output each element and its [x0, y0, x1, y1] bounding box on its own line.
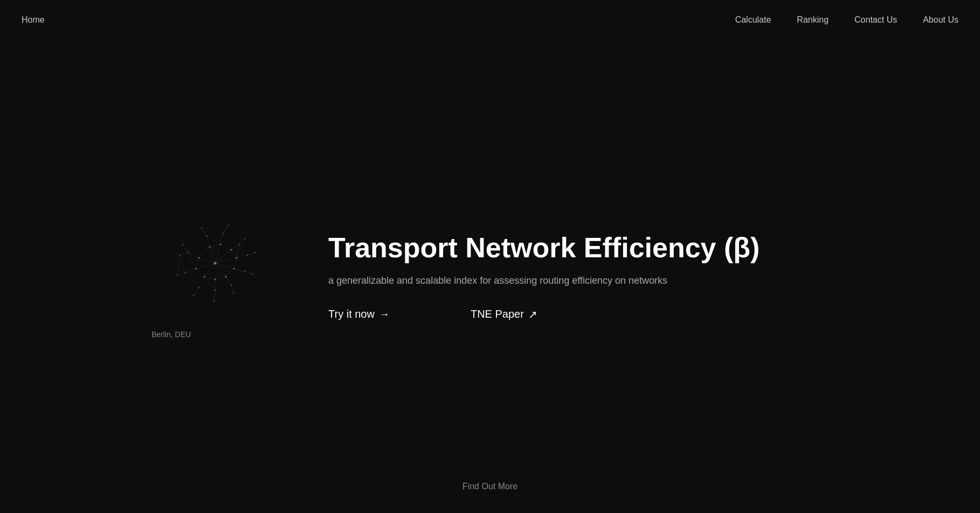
svg-line-19 [188, 252, 199, 258]
svg-point-68 [180, 255, 181, 256]
svg-line-11 [210, 247, 215, 263]
svg-point-79 [231, 284, 232, 285]
svg-point-72 [228, 225, 229, 226]
hero-title: Transport Network Efficiency (β) [328, 232, 835, 264]
svg-point-60 [236, 257, 238, 258]
svg-line-28 [237, 255, 247, 258]
svg-line-40 [188, 252, 196, 269]
svg-point-83 [198, 287, 199, 288]
svg-point-80 [233, 292, 234, 293]
nav-contact-link[interactable]: Contact Us [854, 15, 897, 25]
svg-line-26 [231, 244, 239, 250]
svg-line-22 [207, 236, 210, 247]
svg-line-42 [237, 244, 239, 258]
svg-line-1 [210, 244, 220, 247]
svg-point-78 [252, 273, 253, 275]
svg-line-0 [199, 247, 210, 258]
svg-line-8 [196, 269, 204, 277]
svg-point-75 [247, 255, 248, 256]
try-it-now-label: Try it now [328, 308, 375, 320]
svg-line-38 [185, 269, 196, 273]
network-dots [177, 225, 256, 302]
svg-line-2 [220, 244, 231, 250]
svg-line-12 [215, 244, 220, 263]
svg-point-66 [188, 252, 189, 253]
svg-line-39 [177, 273, 185, 275]
svg-line-4 [234, 258, 237, 269]
svg-line-52 [194, 288, 199, 296]
svg-point-62 [225, 276, 227, 277]
svg-point-69 [206, 236, 208, 237]
map-container: Berlin, DEU [145, 215, 285, 339]
svg-line-49 [247, 252, 256, 255]
hero-inner: Berlin, DEU Transport Network Efficiency… [113, 215, 867, 339]
svg-line-15 [215, 263, 234, 269]
network-map-svg [145, 215, 274, 323]
nav-ranking-link[interactable]: Ranking [797, 15, 829, 25]
svg-point-59 [231, 249, 232, 250]
svg-line-18 [196, 263, 215, 269]
nav-about-link[interactable]: About Us [923, 15, 958, 25]
svg-point-67 [182, 244, 183, 245]
svg-point-85 [185, 272, 186, 273]
svg-point-70 [201, 228, 202, 229]
hero-subtitle: a generalizable and scalable index for a… [328, 275, 835, 286]
svg-point-86 [177, 275, 178, 276]
svg-line-51 [214, 290, 215, 301]
navbar: Home Calculate Ranking Contact Us About … [0, 0, 980, 40]
svg-line-3 [231, 250, 237, 258]
svg-line-48 [239, 239, 245, 244]
svg-point-81 [215, 290, 216, 291]
svg-point-55 [214, 262, 217, 264]
svg-line-10 [199, 258, 215, 263]
tne-paper-arrow: ↗ [528, 308, 537, 321]
svg-line-45 [180, 255, 185, 273]
tne-paper-label: TNE Paper [471, 308, 524, 320]
svg-point-57 [209, 246, 211, 248]
svg-point-61 [233, 268, 235, 269]
svg-line-46 [202, 228, 207, 236]
nav-links: Calculate Ranking Contact Us About Us [735, 15, 958, 25]
nav-calculate-link[interactable]: Calculate [735, 15, 771, 25]
hero-text-block: Transport Network Efficiency (β) a gener… [328, 232, 835, 321]
svg-line-54 [183, 244, 188, 252]
map-svg-wrapper [145, 215, 274, 323]
svg-line-7 [204, 277, 215, 279]
find-out-more-label: Find Out More [463, 482, 517, 491]
hero-actions: Try it now → TNE Paper ↗ [328, 308, 835, 321]
find-out-more-link[interactable]: Find Out More [463, 482, 517, 491]
svg-line-30 [234, 269, 245, 271]
svg-line-5 [226, 269, 234, 277]
svg-point-74 [244, 238, 245, 240]
svg-line-6 [215, 277, 226, 279]
svg-line-24 [220, 234, 223, 244]
nav-home-link[interactable]: Home [22, 15, 45, 24]
hero-section: Berlin, DEU Transport Network Efficiency… [0, 0, 980, 513]
svg-line-17 [204, 263, 215, 277]
svg-point-76 [255, 252, 256, 253]
svg-point-64 [204, 276, 205, 277]
svg-point-77 [244, 271, 245, 272]
svg-line-21 [180, 252, 188, 255]
svg-line-53 [177, 255, 180, 275]
svg-line-36 [199, 277, 204, 288]
svg-line-32 [226, 277, 231, 285]
map-location-label: Berlin, DEU [145, 330, 191, 339]
svg-point-65 [196, 268, 197, 269]
svg-point-63 [215, 278, 216, 280]
svg-line-43 [245, 271, 253, 274]
svg-line-44 [204, 277, 215, 290]
svg-point-82 [213, 300, 215, 302]
svg-point-56 [198, 257, 200, 258]
svg-line-16 [215, 263, 226, 277]
tne-paper-link[interactable]: TNE Paper ↗ [471, 308, 537, 321]
svg-point-84 [193, 295, 194, 296]
try-it-now-link[interactable]: Try it now → [328, 308, 390, 320]
try-it-now-arrow: → [379, 308, 390, 320]
svg-line-50 [231, 285, 234, 293]
svg-point-58 [220, 243, 222, 245]
svg-point-73 [239, 244, 240, 245]
svg-line-47 [223, 225, 229, 234]
svg-point-71 [223, 233, 224, 234]
svg-line-41 [207, 236, 220, 244]
